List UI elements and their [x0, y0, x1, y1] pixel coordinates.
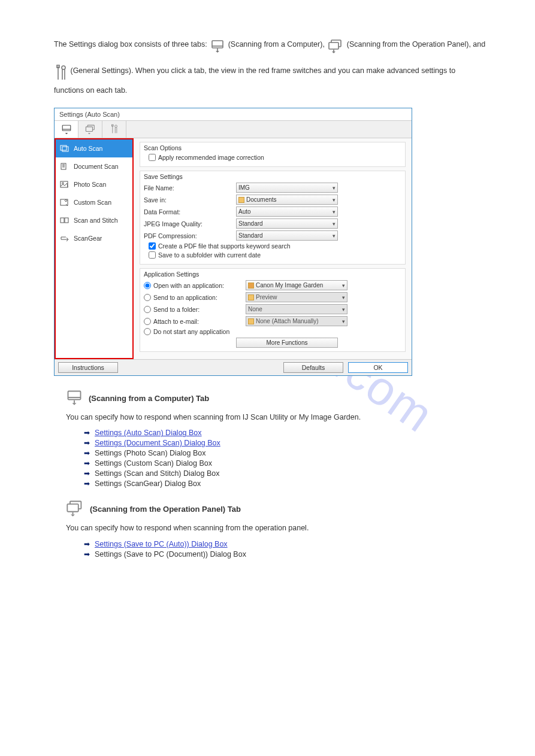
- folder-icon: [248, 318, 254, 324]
- sidebar-item-scangear[interactable]: ScanGear: [56, 229, 132, 247]
- arrow-icon: ➡: [84, 550, 90, 558]
- checkbox-label: Create a PDF file that supports keyword …: [158, 242, 291, 250]
- section-heading: (Scanning from a Computer) Tab: [89, 394, 209, 403]
- section-desc: You can specify how to respond when scan…: [66, 522, 487, 535]
- arrow-icon: ➡: [84, 540, 90, 548]
- svg-rect-11: [62, 125, 71, 130]
- apply-correction-checkbox[interactable]: Apply recommended image correction: [149, 154, 401, 161]
- svg-rect-21: [62, 147, 68, 151]
- dialog-title: Settings (Auto Scan): [55, 108, 412, 121]
- send-folder-radio[interactable]: [144, 306, 151, 313]
- send-app-radio[interactable]: [144, 294, 151, 301]
- pdf-compression-combo[interactable]: Standard: [236, 230, 338, 241]
- link-row: ➡Settings (Save to PC (Document)) Dialog…: [84, 550, 487, 558]
- tab-scan-from-computer[interactable]: [55, 121, 78, 138]
- svg-point-27: [62, 183, 64, 184]
- folder-icon: [248, 294, 254, 300]
- tab-general-settings[interactable]: [102, 121, 126, 138]
- link-row: ➡Settings (Custom Scan) Dialog Box: [84, 459, 487, 467]
- sidebar-item-scan-stitch[interactable]: Scan and Stitch: [56, 211, 132, 229]
- link-custom-scan[interactable]: Settings (Custom Scan) Dialog Box: [95, 459, 212, 467]
- svg-rect-35: [67, 504, 78, 512]
- arrow-icon: ➡: [84, 449, 90, 457]
- radio-label: Attach to e-mail:: [153, 318, 243, 325]
- radio-label: Send to an application:: [153, 294, 243, 301]
- svg-rect-20: [61, 145, 67, 150]
- sidebar-item-document-scan[interactable]: Document Scan: [56, 157, 132, 175]
- svg-rect-4: [329, 42, 338, 49]
- sidebar-item-photo-scan[interactable]: Photo Scan: [56, 175, 132, 193]
- link-save-pc-auto[interactable]: Settings (Save to PC (Auto)) Dialog Box: [95, 540, 228, 548]
- scan-from-computer-icon: [66, 389, 83, 408]
- combo-value: None: [248, 306, 262, 312]
- save-subfolder-input[interactable]: [149, 251, 156, 259]
- create-pdf-input[interactable]: [149, 242, 156, 250]
- radio-label: Open with an application:: [153, 282, 243, 289]
- settings-dialog: Settings (Auto Scan) Auto Scan Documen: [54, 108, 412, 376]
- group-title: Save Settings: [144, 173, 401, 180]
- link-row: ➡Settings (Scan and Stitch) Dialog Box: [84, 469, 487, 478]
- scan-options-group: Scan Options Apply recommended image cor…: [140, 142, 406, 167]
- document-scan-icon: [59, 162, 70, 171]
- save-in-combo[interactable]: Documents: [236, 195, 338, 205]
- attach-email-combo[interactable]: None (Attach Manually): [246, 316, 347, 326]
- data-format-label: Data Format:: [144, 208, 234, 215]
- intro-and: , and: [468, 40, 485, 48]
- link-auto-scan[interactable]: Settings (Auto Scan) Dialog Box: [95, 429, 202, 437]
- link-document-scan[interactable]: Settings (Document Scan) Dialog Box: [95, 439, 220, 447]
- ok-button[interactable]: OK: [348, 362, 408, 373]
- defaults-button[interactable]: Defaults: [283, 362, 343, 373]
- data-format-combo[interactable]: Auto: [236, 207, 338, 217]
- open-with-radio[interactable]: [144, 282, 151, 289]
- attach-email-radio[interactable]: [144, 318, 151, 325]
- link-save-pc-document[interactable]: Settings (Save to PC (Document)) Dialog …: [95, 550, 246, 558]
- save-subfolder-checkbox[interactable]: Save to a subfolder with current date: [149, 251, 401, 259]
- link-scan-stitch[interactable]: Settings (Scan and Stitch) Dialog Box: [95, 469, 219, 478]
- arrow-icon: ➡: [84, 459, 90, 467]
- dialog-tab-strip: [55, 121, 412, 138]
- arrow-icon: ➡: [84, 439, 90, 447]
- sidebar-label: Scan and Stitch: [74, 217, 118, 224]
- sidebar-item-custom-scan[interactable]: Custom Scan: [56, 193, 132, 211]
- checkbox-label: Apply recommended image correction: [158, 154, 264, 161]
- no-app-radio[interactable]: [144, 328, 151, 335]
- send-app-combo[interactable]: Preview: [246, 292, 347, 302]
- scan-stitch-icon: [59, 216, 70, 224]
- send-folder-combo[interactable]: None: [246, 304, 347, 314]
- create-pdf-keyword-checkbox[interactable]: Create a PDF file that supports keyword …: [149, 242, 401, 250]
- intro-paragraph: The Settings dialog box consists of thre…: [54, 32, 487, 98]
- intro-tab3: (General Settings): [70, 66, 131, 75]
- save-in-label: Save in:: [144, 196, 234, 204]
- combo-value: Standard: [238, 220, 263, 227]
- link-scangear[interactable]: Settings (ScanGear) Dialog Box: [95, 479, 201, 488]
- sidebar-label: Photo Scan: [74, 181, 106, 188]
- svg-point-8: [62, 66, 65, 69]
- svg-rect-0: [212, 41, 223, 48]
- section-scan-from-panel: (Scanning from the Operation Panel) Tab …: [66, 500, 487, 558]
- link-row: ➡Settings (Photo Scan) Dialog Box: [84, 449, 487, 457]
- link-photo-scan[interactable]: Settings (Photo Scan) Dialog Box: [95, 449, 206, 457]
- sidebar-item-auto-scan[interactable]: Auto Scan: [56, 139, 132, 157]
- intro-tab2: (Scanning from the Operation Panel): [347, 40, 469, 48]
- dialog-sidebar: Auto Scan Document Scan Photo Scan Custo…: [55, 138, 134, 359]
- file-name-combo[interactable]: IMG: [236, 183, 338, 193]
- instructions-button[interactable]: Instructions: [58, 362, 118, 373]
- link-list-panel: ➡Settings (Save to PC (Auto)) Dialog Box…: [84, 540, 487, 558]
- scan-from-computer-icon: [210, 32, 225, 58]
- jpeg-quality-combo[interactable]: Standard: [236, 218, 338, 229]
- apply-correction-input[interactable]: [149, 154, 156, 161]
- tab-scan-from-panel[interactable]: [78, 121, 102, 138]
- jpeg-quality-label: JPEG Image Quality:: [144, 220, 234, 227]
- group-title: Application Settings: [144, 271, 401, 278]
- intro-tab1: (Scanning from a Computer): [228, 40, 323, 48]
- intro-prefix: The Settings dialog box consists of thre…: [54, 40, 209, 48]
- auto-scan-icon: [59, 144, 70, 153]
- folder-icon: [238, 197, 244, 203]
- section-scan-from-computer: (Scanning from a Computer) Tab You can s…: [66, 389, 487, 488]
- radio-label: Send to a folder:: [153, 306, 243, 313]
- scan-from-panel-icon: [66, 500, 84, 518]
- more-functions-button[interactable]: More Functions: [236, 338, 338, 348]
- radio-label: Do not start any application: [153, 328, 229, 335]
- open-with-combo[interactable]: Canon My Image Garden: [246, 280, 347, 290]
- group-title: Scan Options: [144, 144, 401, 151]
